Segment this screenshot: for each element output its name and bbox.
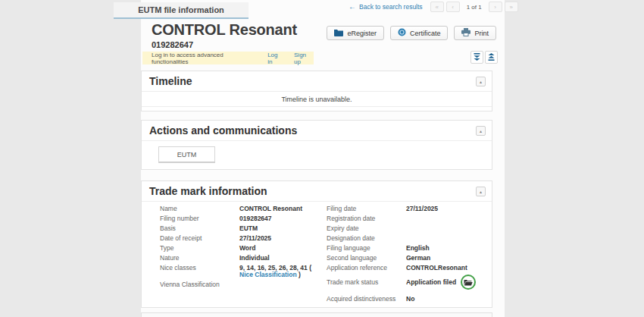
back-arrow-icon: ←	[349, 4, 356, 10]
pager-status: 1 of 1	[467, 4, 482, 11]
timeline-section-header: Timeline ▴	[142, 71, 492, 92]
timeline-collapse-button[interactable]: ▴	[476, 77, 486, 86]
page-title: CONTROL Resonant	[152, 21, 297, 39]
field-second-language: Second language German	[327, 255, 489, 262]
pager-last-button[interactable]: »	[505, 2, 518, 12]
nice-classification-link[interactable]: Nice Classification	[239, 271, 297, 278]
pager-prev-button[interactable]: ‹	[446, 2, 460, 12]
results-pager: « ‹ 1 of 1 › »	[430, 2, 518, 12]
collapse-all-button[interactable]	[470, 51, 483, 64]
printer-icon	[461, 28, 470, 38]
trademark-collapse-button[interactable]: ▴	[476, 187, 486, 196]
print-label: Print	[474, 30, 489, 37]
timeline-empty-message: Timeline is unavailable.	[142, 92, 492, 107]
seal-icon	[398, 28, 406, 38]
eutm-file-information-page: EUTM file information ← Back to search r…	[0, 0, 644, 317]
print-button[interactable]: Print	[454, 26, 496, 40]
expand-all-button[interactable]	[485, 51, 498, 64]
eutm-tab-button[interactable]: EUTM	[158, 146, 215, 163]
field-basis: Basis EUTM	[160, 225, 327, 232]
field-name: Name CONTROL Resonant	[160, 206, 327, 212]
header-action-buttons: eRegister Certificate Print	[368, 26, 496, 40]
trademark-number: 019282647	[152, 40, 297, 49]
signup-link[interactable]: Sign up	[294, 52, 314, 65]
trademark-section-header: Trade mark information ▴	[142, 181, 492, 202]
field-type: Type Word	[160, 245, 327, 252]
folder-icon	[334, 29, 343, 38]
field-application-reference: Application reference CONTROLResonant	[327, 265, 489, 271]
next-section-sliver	[141, 312, 492, 317]
pager-first-button[interactable]: «	[430, 2, 444, 12]
field-filing-language: Filing language English	[327, 245, 489, 252]
expand-all-icon	[488, 52, 495, 63]
field-filing-date: Filing date 27/11/2025	[327, 206, 489, 212]
trademark-right-column: Filing date 27/11/2025 Registration date…	[327, 206, 489, 306]
back-to-search-results-link[interactable]: ← Back to search results	[349, 3, 423, 11]
timeline-section: Timeline ▴ Timeline is unavailable.	[141, 71, 492, 111]
field-designation-date: Designation date	[327, 235, 489, 242]
field-filing-number: Filing number 019282647	[160, 215, 327, 222]
login-link[interactable]: Log in	[267, 52, 283, 65]
tab-eutm-file-information[interactable]: EUTM file information	[114, 2, 249, 19]
actions-section: Actions and communications ▴ EUTM	[141, 120, 492, 170]
collapse-all-icon	[474, 52, 480, 63]
open-folder-status-icon	[461, 275, 476, 290]
certificate-button[interactable]: Certificate	[390, 26, 449, 40]
field-nice-classes: Nice classes 9, 14, 16, 25, 26, 28, 41 (…	[160, 265, 327, 278]
pager-next-button[interactable]: ›	[489, 2, 502, 12]
tab-label: EUTM file information	[138, 5, 224, 14]
trademark-section: Trade mark information ▴ Name CONTROL Re…	[141, 180, 492, 308]
login-bar: Log in to access advanced functionalitie…	[142, 52, 314, 64]
eregister-button[interactable]: eRegister	[327, 26, 384, 40]
trademark-title: Trade mark information	[149, 185, 267, 197]
eregister-label: eRegister	[347, 30, 377, 37]
field-expiry-date: Expiry date	[327, 225, 489, 232]
top-bar: ← Back to search results « ‹ 1 of 1 › »	[349, 2, 518, 12]
field-acquired-distinctiveness: Acquired distinctiveness No	[327, 296, 489, 303]
actions-section-header: Actions and communications ▴	[142, 121, 492, 141]
back-label: Back to search results	[359, 3, 423, 11]
trademark-left-column: Name CONTROL Resonant Filing number 0192…	[160, 206, 327, 291]
field-date-of-receipt: Date of receipt 27/11/2025	[160, 235, 327, 242]
field-registration-date: Registration date	[327, 215, 489, 222]
timeline-title: Timeline	[149, 75, 192, 87]
certificate-label: Certificate	[410, 30, 441, 37]
login-bar-message: Log in to access advanced functionalitie…	[152, 52, 257, 65]
actions-collapse-button[interactable]: ▴	[476, 126, 486, 136]
title-block: CONTROL Resonant 019282647	[152, 21, 297, 49]
field-vienna-classification: Vienna Classification	[160, 281, 327, 288]
actions-title: Actions and communications	[149, 124, 297, 137]
field-nature: Nature Individual	[160, 255, 327, 262]
field-trademark-status: Trade mark status Application filed	[327, 275, 489, 290]
